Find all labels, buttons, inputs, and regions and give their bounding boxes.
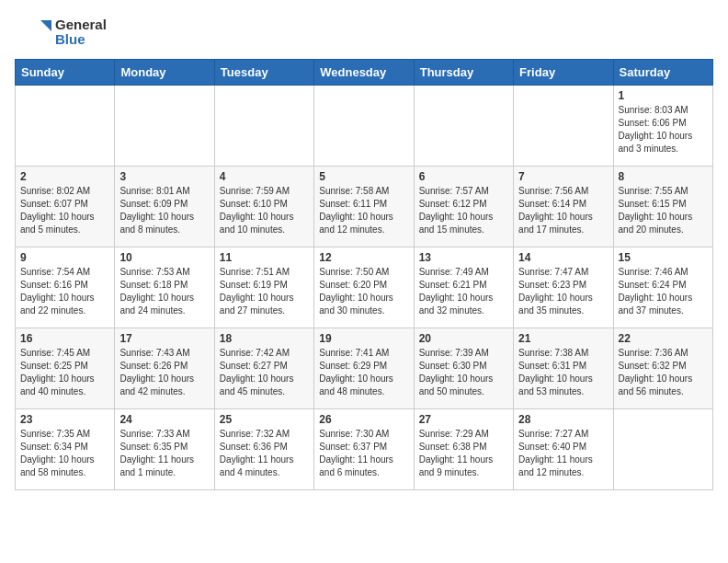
day-info: Sunrise: 7:38 AM Sunset: 6:31 PM Dayligh… [518,347,608,398]
calendar-cell: 10Sunrise: 7:53 AM Sunset: 6:18 PM Dayli… [115,247,214,328]
calendar-cell: 26Sunrise: 7:30 AM Sunset: 6:37 PM Dayli… [314,409,414,490]
day-number: 10 [119,251,209,264]
calendar-cell: 13Sunrise: 7:49 AM Sunset: 6:21 PM Dayli… [414,247,513,328]
day-number: 20 [419,332,508,345]
day-number: 25 [220,413,309,426]
day-info: Sunrise: 7:55 AM Sunset: 6:15 PM Dayligh… [619,185,708,236]
day-number: 14 [518,251,608,264]
calendar-header-saturday: Saturday [613,60,712,86]
calendar-cell [115,86,214,167]
logo-svg [15,15,51,50]
calendar-cell: 12Sunrise: 7:50 AM Sunset: 6:20 PM Dayli… [314,247,414,328]
calendar-week-row: 16Sunrise: 7:45 AM Sunset: 6:25 PM Dayli… [16,328,713,409]
day-info: Sunrise: 7:36 AM Sunset: 6:32 PM Dayligh… [619,347,708,398]
day-info: Sunrise: 7:58 AM Sunset: 6:11 PM Dayligh… [319,185,408,236]
calendar-cell [214,86,313,167]
day-info: Sunrise: 8:01 AM Sunset: 6:09 PM Dayligh… [119,185,209,236]
day-number: 2 [20,170,109,183]
day-number: 28 [518,413,608,426]
logo-general-text: General [55,17,107,33]
day-number: 11 [220,251,309,264]
calendar-cell: 16Sunrise: 7:45 AM Sunset: 6:25 PM Dayli… [16,328,115,409]
logo-blue-text: Blue [55,32,107,48]
calendar-cell: 27Sunrise: 7:29 AM Sunset: 6:38 PM Dayli… [414,409,513,490]
calendar-header-friday: Friday [514,60,613,86]
calendar-cell: 1Sunrise: 8:03 AM Sunset: 6:06 PM Daylig… [613,86,712,167]
calendar-cell: 9Sunrise: 7:54 AM Sunset: 6:16 PM Daylig… [16,247,115,328]
day-number: 12 [319,251,408,264]
calendar-cell: 8Sunrise: 7:55 AM Sunset: 6:15 PM Daylig… [613,167,712,247]
calendar-cell: 24Sunrise: 7:33 AM Sunset: 6:35 PM Dayli… [115,409,214,490]
calendar-header-sunday: Sunday [16,60,115,86]
day-number: 8 [619,170,708,183]
day-info: Sunrise: 7:32 AM Sunset: 6:36 PM Dayligh… [220,428,309,479]
calendar-cell: 22Sunrise: 7:36 AM Sunset: 6:32 PM Dayli… [613,328,712,409]
calendar-cell [514,86,613,167]
day-info: Sunrise: 7:53 AM Sunset: 6:18 PM Dayligh… [119,266,209,317]
calendar-cell: 2Sunrise: 8:02 AM Sunset: 6:07 PM Daylig… [16,167,115,247]
day-number: 6 [419,170,508,183]
calendar-week-row: 9Sunrise: 7:54 AM Sunset: 6:16 PM Daylig… [16,247,713,328]
day-number: 23 [20,413,109,426]
day-number: 1 [619,89,708,102]
day-number: 5 [319,170,408,183]
day-info: Sunrise: 7:57 AM Sunset: 6:12 PM Dayligh… [419,185,508,236]
logo: GeneralBlue [15,15,107,50]
calendar-cell: 21Sunrise: 7:38 AM Sunset: 6:31 PM Dayli… [514,328,613,409]
calendar-cell: 7Sunrise: 7:56 AM Sunset: 6:14 PM Daylig… [514,167,613,247]
day-info: Sunrise: 8:03 AM Sunset: 6:06 PM Dayligh… [619,104,708,155]
day-info: Sunrise: 7:56 AM Sunset: 6:14 PM Dayligh… [518,185,608,236]
day-info: Sunrise: 7:45 AM Sunset: 6:25 PM Dayligh… [20,347,109,398]
day-info: Sunrise: 7:42 AM Sunset: 6:27 PM Dayligh… [220,347,309,398]
day-number: 24 [119,413,209,426]
calendar-week-row: 23Sunrise: 7:35 AM Sunset: 6:34 PM Dayli… [16,409,713,490]
day-info: Sunrise: 7:46 AM Sunset: 6:24 PM Dayligh… [619,266,708,317]
day-number: 9 [20,251,109,264]
calendar-cell: 11Sunrise: 7:51 AM Sunset: 6:19 PM Dayli… [214,247,313,328]
calendar-cell [414,86,513,167]
day-number: 16 [20,332,109,345]
day-info: Sunrise: 7:27 AM Sunset: 6:40 PM Dayligh… [518,428,608,479]
day-info: Sunrise: 7:30 AM Sunset: 6:37 PM Dayligh… [319,428,408,479]
calendar-cell [314,86,414,167]
day-number: 4 [220,170,309,183]
day-info: Sunrise: 8:02 AM Sunset: 6:07 PM Dayligh… [20,185,109,236]
calendar-cell: 28Sunrise: 7:27 AM Sunset: 6:40 PM Dayli… [514,409,613,490]
calendar-table: SundayMondayTuesdayWednesdayThursdayFrid… [15,59,713,490]
day-info: Sunrise: 7:51 AM Sunset: 6:19 PM Dayligh… [220,266,309,317]
day-info: Sunrise: 7:50 AM Sunset: 6:20 PM Dayligh… [319,266,408,317]
calendar-cell: 14Sunrise: 7:47 AM Sunset: 6:23 PM Dayli… [514,247,613,328]
calendar-header-monday: Monday [115,60,214,86]
calendar-cell: 25Sunrise: 7:32 AM Sunset: 6:36 PM Dayli… [214,409,313,490]
day-info: Sunrise: 7:47 AM Sunset: 6:23 PM Dayligh… [518,266,608,317]
day-number: 27 [419,413,508,426]
calendar-cell: 18Sunrise: 7:42 AM Sunset: 6:27 PM Dayli… [214,328,313,409]
calendar-cell: 15Sunrise: 7:46 AM Sunset: 6:24 PM Dayli… [613,247,712,328]
day-number: 22 [619,332,708,345]
day-info: Sunrise: 7:33 AM Sunset: 6:35 PM Dayligh… [119,428,209,479]
day-info: Sunrise: 7:54 AM Sunset: 6:16 PM Dayligh… [20,266,109,317]
day-number: 7 [518,170,608,183]
day-number: 26 [319,413,408,426]
calendar-header-thursday: Thursday [414,60,513,86]
day-number: 3 [119,170,209,183]
calendar-cell: 3Sunrise: 8:01 AM Sunset: 6:09 PM Daylig… [115,167,214,247]
calendar-cell: 17Sunrise: 7:43 AM Sunset: 6:26 PM Dayli… [115,328,214,409]
calendar-cell: 19Sunrise: 7:41 AM Sunset: 6:29 PM Dayli… [314,328,414,409]
day-info: Sunrise: 7:29 AM Sunset: 6:38 PM Dayligh… [419,428,508,479]
day-info: Sunrise: 7:43 AM Sunset: 6:26 PM Dayligh… [119,347,209,398]
day-number: 18 [220,332,309,345]
day-info: Sunrise: 7:49 AM Sunset: 6:21 PM Dayligh… [419,266,508,317]
calendar-cell [16,86,115,167]
day-number: 21 [518,332,608,345]
page-header: GeneralBlue [15,15,713,50]
calendar-cell: 20Sunrise: 7:39 AM Sunset: 6:30 PM Dayli… [414,328,513,409]
day-number: 13 [419,251,508,264]
day-info: Sunrise: 7:59 AM Sunset: 6:10 PM Dayligh… [220,185,309,236]
day-number: 19 [319,332,408,345]
day-number: 17 [119,332,209,345]
day-info: Sunrise: 7:35 AM Sunset: 6:34 PM Dayligh… [20,428,109,479]
day-number: 15 [619,251,708,264]
calendar-week-row: 1Sunrise: 8:03 AM Sunset: 6:06 PM Daylig… [16,86,713,167]
calendar-cell [613,409,712,490]
